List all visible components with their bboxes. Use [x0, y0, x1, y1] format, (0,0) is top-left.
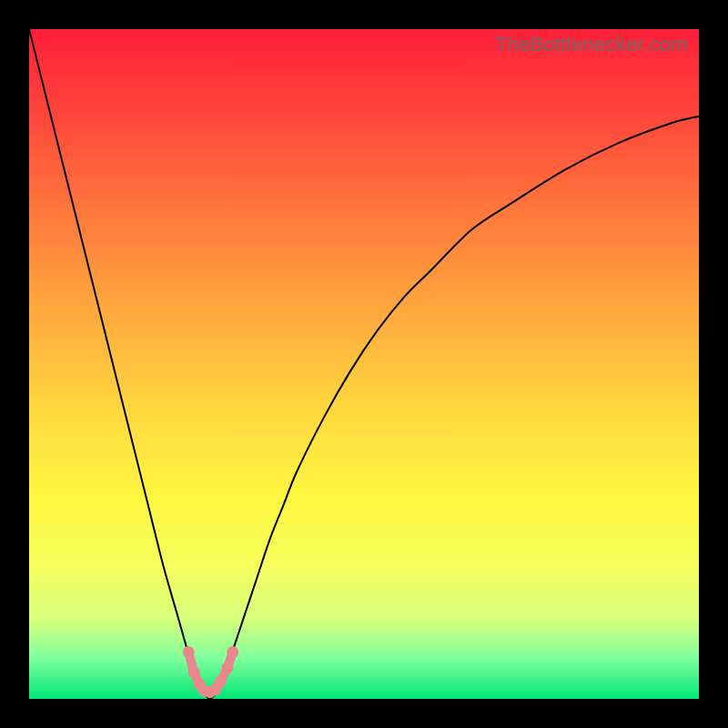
svg-point-1 — [188, 666, 200, 678]
svg-point-8 — [227, 646, 238, 658]
chart-svg — [29, 29, 699, 699]
svg-point-0 — [183, 646, 195, 658]
chart-canvas: TheBottlenecker.com — [0, 0, 728, 728]
svg-point-6 — [215, 675, 227, 687]
marker-band — [183, 646, 239, 698]
svg-point-7 — [221, 662, 233, 674]
bottleneck-curve — [29, 29, 699, 699]
plot-area: TheBottlenecker.com — [29, 29, 699, 699]
